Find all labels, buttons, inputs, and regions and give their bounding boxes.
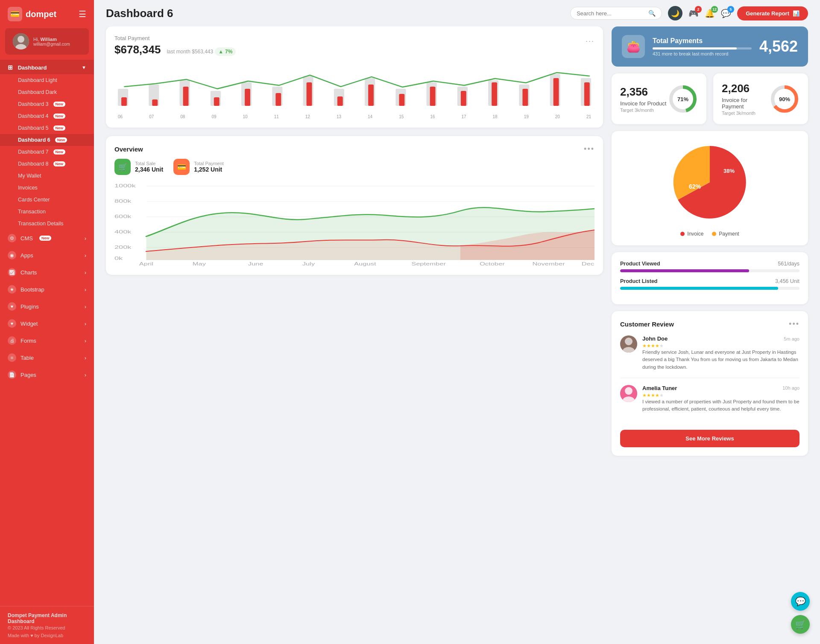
svg-point-66 [625, 338, 633, 345]
sidebar-item-invoices[interactable]: Invoices [0, 182, 94, 194]
invoice-legend-label: Invoice [687, 231, 703, 237]
sidebar-item-transaction-details[interactable]: Transaction Details [0, 218, 94, 230]
sidebar-item-my-wallet[interactable]: My Wallet [0, 170, 94, 182]
total-payment-amount: $678,345 [114, 43, 161, 56]
svg-point-1 [18, 36, 24, 43]
legend-invoice: Invoice [680, 231, 703, 237]
generate-report-button[interactable]: Generate Report 📊 [737, 6, 808, 20]
customer-review-card: Customer Review ••• [612, 311, 808, 456]
svg-text:July: July [302, 262, 315, 266]
pie-legend: Invoice Payment [620, 231, 800, 237]
sidebar-item-cms[interactable]: ⚙ CMS New › [0, 230, 94, 247]
sidebar-item-cards-center[interactable]: Cards Center [0, 194, 94, 206]
total-payments-progress-bar [653, 47, 752, 50]
message-icon-btn[interactable]: 💬 5 [721, 9, 731, 18]
right-column: 👛 Total Payments 431 more to break last … [612, 26, 808, 456]
review-more-button[interactable]: ••• [789, 320, 800, 329]
amount-row: $678,345 last month $563,443 ▲ 7% [114, 43, 236, 56]
product-listed-row: Product Listed 3,456 Unit [620, 278, 800, 290]
bar-chart-container: 06 07 08 09 10 11 12 13 14 15 16 17 [114, 63, 594, 119]
product-listed-fill [620, 287, 778, 290]
badge-new-cms: New [39, 236, 52, 241]
total-payment-last-month: last month $563,443 [167, 49, 213, 55]
chevron-right-icon: › [85, 286, 86, 293]
bar-chart-x-labels: 06 07 08 09 10 11 12 13 14 15 16 17 [114, 114, 594, 119]
profile-info: Hi, William william@gmail.com [33, 37, 70, 47]
review-header: Customer Review ••• [620, 320, 800, 329]
cart-float-button[interactable]: 🛒 [791, 615, 810, 634]
sidebar-footer: Dompet Payment Admin Dashboard © 2023 Al… [0, 606, 94, 644]
user-profile: Hi, William william@gmail.com [5, 28, 89, 55]
svg-rect-6 [152, 99, 158, 106]
review-item-2: Amelia Tuner 10h ago ★★★★★ I viewed a nu… [620, 385, 800, 420]
see-more-reviews-button[interactable]: See More Reviews [620, 430, 800, 447]
sidebar-item-dashboard-4[interactable]: Dashboard 4 New [0, 110, 94, 122]
sidebar-item-dashboard-6[interactable]: Dashboard 6 New [0, 134, 94, 146]
sidebar-item-widget[interactable]: ♥ Widget › [0, 315, 94, 332]
badge-new-d3: New [53, 102, 66, 107]
sidebar-item-dashboard-3[interactable]: Dashboard 3 New [0, 98, 94, 110]
chevron-down-icon: ▼ [82, 65, 86, 70]
invoice-grid: 2,356 Invoice for Product Target 3k/mont… [612, 73, 808, 124]
message-badge: 5 [727, 6, 734, 13]
product-viewed-label: Product Viewed [620, 261, 660, 267]
product-viewed-fill [620, 269, 749, 272]
overview-more-button[interactable]: ••• [584, 145, 594, 154]
profile-email: william@gmail.com [33, 42, 70, 47]
badge-new-d4: New [53, 114, 66, 119]
sidebar-item-forms[interactable]: 🖨 Forms › [0, 332, 94, 349]
hamburger-icon[interactable]: ☰ [79, 9, 86, 19]
apps-icon: ◉ [8, 251, 16, 259]
sidebar-item-pages[interactable]: 📄 Pages › [0, 366, 94, 383]
sidebar-item-plugins[interactable]: ♥ Plugins › [0, 298, 94, 315]
sidebar-item-dashboard-dark[interactable]: Dashboard Dark [0, 86, 94, 98]
more-options-button[interactable]: ... [586, 35, 594, 44]
sidebar-item-dashboard-7[interactable]: Dashboard 7 New [0, 146, 94, 158]
svg-rect-26 [461, 91, 466, 106]
sidebar-item-dashboard-8[interactable]: Dashboard 8 New [0, 158, 94, 170]
total-sale-stat: 🛒 Total Sale 2,346 Unit [114, 159, 163, 175]
bell-icon-btn[interactable]: 🔔 12 [705, 9, 715, 18]
cms-icon: ⚙ [8, 234, 16, 242]
search-box[interactable]: 🔍 [570, 7, 662, 20]
chat-float-button[interactable]: 💬 [791, 592, 810, 611]
svg-rect-22 [399, 94, 404, 106]
sidebar-item-transaction[interactable]: Transaction [0, 206, 94, 218]
chevron-right-icon: › [85, 372, 86, 378]
review-text-2: I viewed a number of properties with Jus… [642, 398, 800, 413]
sidebar-item-dashboard-5[interactable]: Dashboard 5 New [0, 122, 94, 134]
total-payments-number: 4,562 [759, 38, 798, 55]
sidebar-item-charts[interactable]: 📈 Charts › [0, 264, 94, 281]
profile-greeting: Hi, William [33, 37, 70, 42]
bar-chart-icon: 📊 [793, 10, 800, 17]
badge-new-d7: New [53, 149, 66, 154]
invoice-product-label: Invoice for Product [620, 100, 666, 107]
dark-mode-toggle[interactable]: 🌙 [668, 6, 682, 20]
invoice-product-info: 2,356 Invoice for Product Target 3k/mont… [620, 85, 666, 113]
sidebar-item-dashboard-light[interactable]: Dashboard Light [0, 74, 94, 86]
product-viewed-bar [620, 269, 800, 272]
svg-text:April: April [139, 262, 153, 266]
review-name-row-2: Amelia Tuner 10h ago [642, 385, 800, 391]
plugins-icon: ♥ [8, 302, 16, 311]
total-sale-label: Total Sale [135, 161, 163, 166]
sidebar-header: 💳 dompet ☰ [0, 0, 94, 28]
sidebar-item-table[interactable]: ≡ Table › [0, 349, 94, 366]
footer-copyright: © 2023 All Rights Reserved [8, 625, 86, 630]
review-name-row-1: John Doe 5m ago [642, 335, 800, 342]
search-input[interactable] [577, 10, 645, 17]
svg-text:0k: 0k [114, 256, 123, 261]
gamepad-icon-btn[interactable]: 🎮 2 [688, 9, 699, 18]
search-icon: 🔍 [648, 10, 656, 17]
product-stats-card: Product Viewed 561/days Product Listed 3… [612, 252, 808, 304]
wallet-icon: 👛 [622, 35, 645, 58]
svg-text:400k: 400k [114, 229, 132, 234]
avatar [13, 33, 29, 50]
sidebar-item-apps[interactable]: ◉ Apps › [0, 247, 94, 264]
main-area: Dashboard 6 🔍 🌙 🎮 2 🔔 12 💬 5 Generate Re… [94, 0, 820, 644]
dashboard-nav-header[interactable]: ⊞ Dashboard ▼ [0, 60, 94, 74]
reviewer-avatar-2 [620, 385, 637, 402]
svg-rect-34 [584, 82, 590, 106]
invoice-product-number: 2,356 [620, 85, 666, 99]
sidebar-item-bootstrap[interactable]: ★ Bootstrap › [0, 281, 94, 298]
